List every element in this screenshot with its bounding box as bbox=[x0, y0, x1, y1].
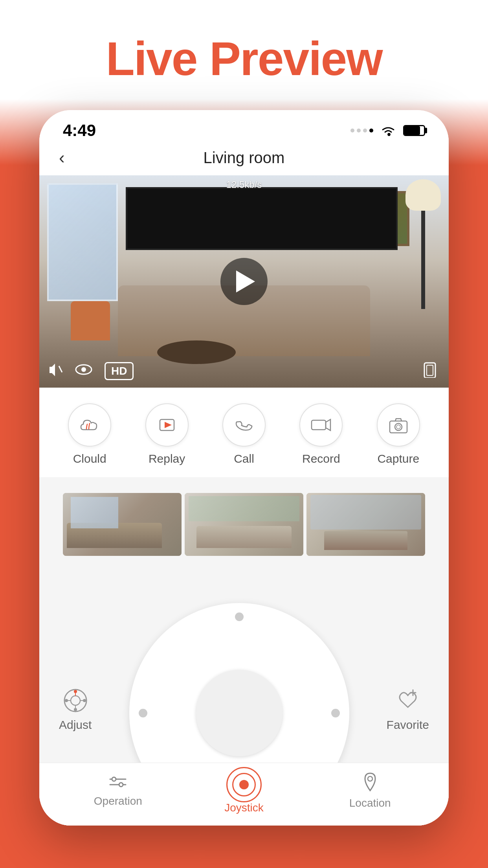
battery-tip bbox=[425, 128, 427, 133]
svg-rect-9 bbox=[390, 421, 407, 433]
battery-fill bbox=[404, 126, 420, 135]
cloud-circle bbox=[68, 403, 111, 447]
joystick-inner[interactable] bbox=[196, 670, 283, 756]
dot1 bbox=[350, 129, 354, 132]
phone-mockup: 4:49 ‹ Living room bbox=[39, 110, 449, 826]
joystick-tab-icon bbox=[226, 767, 262, 802]
dot2 bbox=[357, 129, 361, 132]
capture-circle bbox=[377, 403, 420, 447]
room-window bbox=[47, 183, 118, 301]
status-icons bbox=[350, 123, 425, 138]
ctrl-left: HD bbox=[47, 362, 134, 380]
call-icon bbox=[234, 415, 254, 435]
replay-label: Replay bbox=[149, 452, 185, 465]
adjust-icon bbox=[62, 687, 89, 714]
adjust-label: Adjust bbox=[59, 718, 92, 732]
thumb-2[interactable] bbox=[185, 493, 303, 556]
svg-point-15 bbox=[74, 708, 77, 711]
eye-icon[interactable] bbox=[75, 363, 93, 379]
mute-icon[interactable] bbox=[47, 362, 63, 380]
nav-title: Living room bbox=[204, 149, 285, 167]
tab-joystick[interactable]: Joystick bbox=[181, 767, 307, 814]
dir-left-dot bbox=[139, 709, 147, 717]
svg-point-16 bbox=[65, 699, 68, 702]
play-button[interactable] bbox=[220, 258, 268, 305]
record-circle bbox=[299, 403, 343, 447]
action-cloud[interactable]: Clould bbox=[68, 403, 111, 465]
back-button[interactable]: ‹ bbox=[59, 148, 65, 167]
joystick-tab-inner bbox=[232, 773, 256, 796]
page-title: Live Preview bbox=[0, 31, 488, 86]
dot3 bbox=[363, 129, 367, 132]
phone-content: Clould Replay bbox=[39, 388, 449, 826]
svg-point-25 bbox=[112, 777, 116, 781]
thumb-3[interactable] bbox=[306, 493, 425, 556]
cloud-label: Clould bbox=[73, 452, 106, 465]
action-row: Clould Replay bbox=[39, 388, 449, 477]
favorite-button[interactable]: Favorite bbox=[387, 687, 429, 732]
svg-point-10 bbox=[395, 423, 402, 430]
tab-location[interactable]: Location bbox=[307, 772, 433, 809]
svg-marker-6 bbox=[165, 422, 172, 428]
signal-dots bbox=[350, 129, 373, 132]
action-replay[interactable]: Replay bbox=[145, 403, 189, 465]
svg-point-27 bbox=[119, 783, 123, 787]
scrollable-content: Clould Replay bbox=[39, 388, 449, 826]
speed-badge: 12.5kb/s bbox=[39, 179, 449, 190]
svg-rect-4 bbox=[427, 365, 433, 375]
play-triangle-icon bbox=[236, 270, 255, 292]
location-tab-label: Location bbox=[349, 797, 391, 809]
record-icon bbox=[310, 416, 332, 434]
screen-orient-icon[interactable] bbox=[421, 360, 441, 381]
tab-bar: Operation Joystick Location bbox=[39, 763, 449, 826]
joystick-tab-label: Joystick bbox=[224, 802, 264, 814]
thumb-1[interactable] bbox=[63, 493, 182, 556]
status-time: 4:49 bbox=[63, 121, 96, 140]
cloud-icon bbox=[79, 416, 100, 434]
capture-icon bbox=[388, 416, 409, 434]
favorite-label: Favorite bbox=[387, 718, 429, 732]
action-record[interactable]: Record bbox=[299, 403, 343, 465]
capture-label: Capture bbox=[377, 452, 419, 465]
record-label: Record bbox=[302, 452, 340, 465]
replay-circle bbox=[145, 403, 189, 447]
room-chair bbox=[71, 301, 110, 340]
svg-marker-8 bbox=[326, 419, 330, 430]
svg-point-28 bbox=[368, 776, 372, 781]
hd-badge[interactable]: HD bbox=[105, 362, 134, 380]
operation-tab-label: Operation bbox=[94, 795, 142, 807]
dot4 bbox=[369, 129, 373, 132]
video-area[interactable]: 12.5kb/s bbox=[39, 175, 449, 388]
dir-right-dot bbox=[331, 709, 340, 717]
svg-rect-7 bbox=[312, 420, 326, 430]
wifi-icon bbox=[380, 123, 397, 138]
svg-point-11 bbox=[396, 425, 400, 429]
room-tv bbox=[126, 187, 398, 250]
video-controls: HD bbox=[47, 360, 441, 381]
thumbs-row bbox=[63, 493, 425, 556]
status-bar: 4:49 bbox=[39, 110, 449, 144]
svg-point-17 bbox=[83, 699, 86, 702]
call-label: Call bbox=[234, 452, 254, 465]
svg-point-13 bbox=[71, 696, 80, 705]
tab-operation[interactable]: Operation bbox=[55, 774, 181, 807]
action-capture[interactable]: Capture bbox=[377, 403, 420, 465]
svg-point-14 bbox=[74, 690, 77, 693]
replay-icon bbox=[157, 416, 177, 434]
battery-icon bbox=[403, 125, 425, 136]
dir-up-dot bbox=[235, 612, 244, 621]
joystick-tab-center bbox=[239, 780, 249, 789]
svg-point-2 bbox=[81, 367, 86, 372]
location-icon bbox=[361, 772, 379, 794]
thumbnail-strip bbox=[51, 485, 437, 564]
thumb-room-1 bbox=[63, 493, 182, 556]
nav-bar: ‹ Living room bbox=[39, 144, 449, 175]
action-call[interactable]: Call bbox=[222, 403, 266, 465]
operation-icon bbox=[107, 774, 129, 792]
adjust-button[interactable]: Adjust bbox=[59, 687, 92, 732]
call-circle bbox=[222, 403, 266, 447]
favorite-icon bbox=[394, 687, 422, 714]
svg-line-0 bbox=[59, 366, 62, 372]
